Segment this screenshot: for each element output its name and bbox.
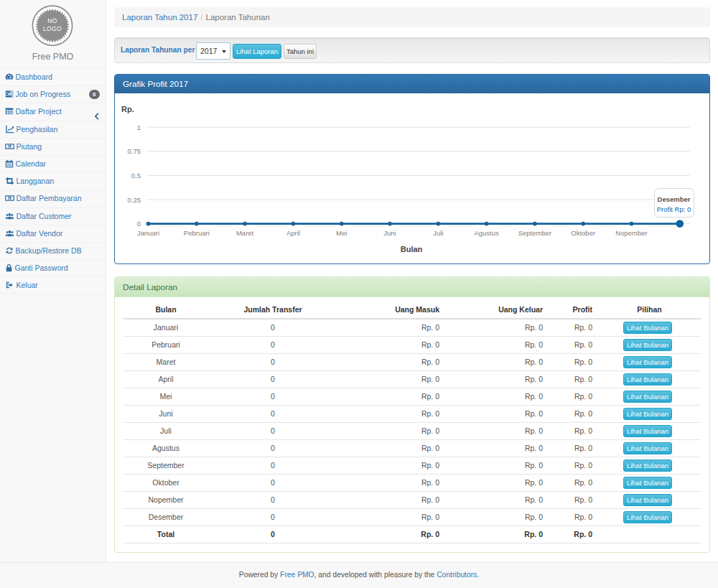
svg-text:Free PMO: Free PMO: [32, 52, 74, 62]
svg-text:Juni: Juni: [383, 229, 396, 237]
svg-text:Mei: Mei: [336, 229, 347, 237]
svg-text:September: September: [518, 229, 551, 237]
svg-text:Rp.: Rp.: [121, 105, 134, 113]
svg-text:Desember: Desember: [658, 195, 691, 203]
svg-text:Oktober: Oktober: [571, 229, 595, 237]
svg-text:Januari: Januari: [137, 229, 159, 237]
svg-text:Agustus: Agustus: [474, 229, 499, 237]
svg-text:0: 0: [137, 220, 141, 228]
svg-text:LOGO: LOGO: [43, 25, 62, 32]
svg-text:NO: NO: [47, 17, 57, 24]
svg-text:April: April: [286, 229, 300, 237]
svg-text:0.5: 0.5: [131, 172, 141, 179]
svg-text:0.25: 0.25: [128, 196, 141, 204]
svg-text:0.75: 0.75: [128, 147, 141, 155]
svg-text:Profit Rp: 0: Profit Rp: 0: [657, 205, 691, 213]
svg-text:Maret: Maret: [236, 229, 254, 237]
svg-text:1: 1: [137, 123, 141, 131]
svg-text:Juli: Juli: [433, 229, 443, 237]
svg-text:Bulan: Bulan: [401, 245, 423, 253]
svg-text:Nopember: Nopember: [615, 229, 647, 237]
svg-text:Pebruari: Pebruari: [184, 229, 210, 237]
